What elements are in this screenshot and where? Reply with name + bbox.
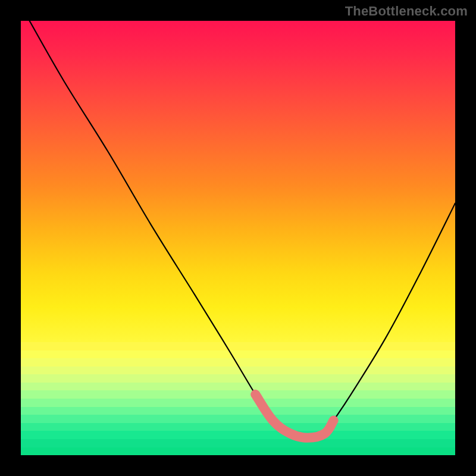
bottleneck-curve xyxy=(30,21,455,438)
curve-svg xyxy=(21,21,455,455)
plot-area xyxy=(21,21,455,455)
watermark-label: TheBottleneck.com xyxy=(345,4,468,19)
chart-frame: TheBottleneck.com xyxy=(0,0,476,476)
minimum-band xyxy=(255,394,333,438)
